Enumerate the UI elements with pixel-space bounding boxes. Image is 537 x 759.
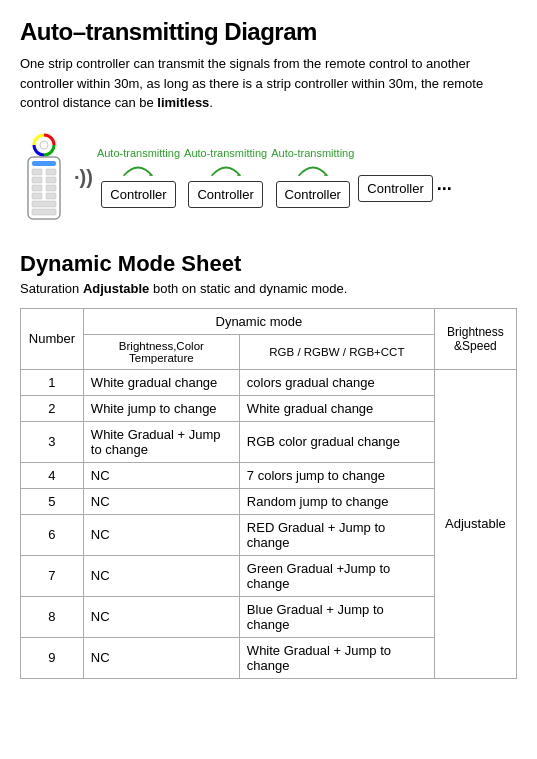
auto-label-3: Auto-transmitting: [271, 147, 354, 159]
cell-number: 4: [21, 462, 84, 488]
cell-rgb: RGB color gradual change: [239, 421, 434, 462]
controller-box-3: Controller: [276, 181, 350, 208]
dynamic-mode-table: Number Dynamic mode Brightness&Speed Bri…: [20, 308, 517, 679]
cell-rgb: RED Gradual + Jump to change: [239, 514, 434, 555]
controller-box-2: Controller: [188, 181, 262, 208]
svg-point-1: [40, 141, 48, 149]
cell-brightness: NC: [83, 488, 239, 514]
cell-rgb: White Gradual + Jump to change: [239, 637, 434, 678]
cell-number: 9: [21, 637, 84, 678]
svg-rect-10: [32, 193, 42, 199]
cell-number: 3: [21, 421, 84, 462]
auto-label-2: Auto-transmitting: [184, 147, 267, 159]
cell-brightness: NC: [83, 555, 239, 596]
cell-rgb: 7 colors jump to change: [239, 462, 434, 488]
auto-label-1: Auto-transmitting: [97, 147, 180, 159]
cell-number: 1: [21, 369, 84, 395]
cell-rgb: Green Gradual +Jump to change: [239, 555, 434, 596]
dynamic-mode-subtitle: Saturation Adjustable both on static and…: [20, 281, 517, 296]
controller-chain: Auto-transmitting Controller Auto-transm…: [97, 147, 452, 208]
th-dynamic-mode: Dynamic mode: [83, 308, 434, 334]
cell-rgb: Random jump to change: [239, 488, 434, 514]
controller-box-4: Controller: [358, 175, 432, 202]
cell-brightness: White Gradual + Jump to change: [83, 421, 239, 462]
intro-paragraph: One strip controller can transmit the si…: [20, 54, 517, 113]
svg-rect-13: [32, 209, 56, 215]
svg-rect-3: [32, 161, 56, 166]
svg-rect-5: [46, 169, 56, 175]
cell-number: 6: [21, 514, 84, 555]
cell-rgb: colors gradual change: [239, 369, 434, 395]
svg-rect-7: [46, 177, 56, 183]
dynamic-mode-title: Dynamic Mode Sheet: [20, 251, 517, 277]
cell-adjustable: Adjustable: [434, 369, 516, 678]
th-number: Number: [21, 308, 84, 369]
cell-brightness: NC: [83, 596, 239, 637]
svg-rect-9: [46, 185, 56, 191]
svg-rect-12: [32, 201, 56, 207]
curve-arrow-2: [208, 161, 244, 179]
svg-rect-4: [32, 169, 42, 175]
controller-box-1: Controller: [101, 181, 175, 208]
cell-rgb: White gradual change: [239, 395, 434, 421]
table-row: 1White gradual changecolors gradual chan…: [21, 369, 517, 395]
auto-transmit-diagram: ·)) Auto-transmitting Controller Auto-tr…: [20, 127, 517, 229]
cell-brightness: NC: [83, 462, 239, 488]
cell-brightness: White jump to change: [83, 395, 239, 421]
cell-brightness: NC: [83, 637, 239, 678]
cell-brightness: White gradual change: [83, 369, 239, 395]
signal-waves: ·)): [74, 166, 93, 189]
cell-rgb: Blue Gradual + Jump to change: [239, 596, 434, 637]
curve-arrow-3: [295, 161, 331, 179]
th-brightness-cct: Brightness,Color Temperature: [83, 334, 239, 369]
svg-rect-6: [32, 177, 42, 183]
th-rgb: RGB / RGBW / RGB+CCT: [239, 334, 434, 369]
svg-rect-8: [32, 185, 42, 191]
cell-number: 8: [21, 596, 84, 637]
cell-number: 2: [21, 395, 84, 421]
svg-rect-11: [46, 193, 56, 199]
ellipsis: ···: [437, 179, 452, 208]
cell-number: 5: [21, 488, 84, 514]
th-brightness-speed: Brightness&Speed: [434, 308, 516, 369]
cell-number: 7: [21, 555, 84, 596]
cell-brightness: NC: [83, 514, 239, 555]
page-title: Auto–transmitting Diagram: [20, 18, 517, 46]
remote-icon: [20, 133, 68, 223]
curve-arrow-1: [120, 161, 156, 179]
